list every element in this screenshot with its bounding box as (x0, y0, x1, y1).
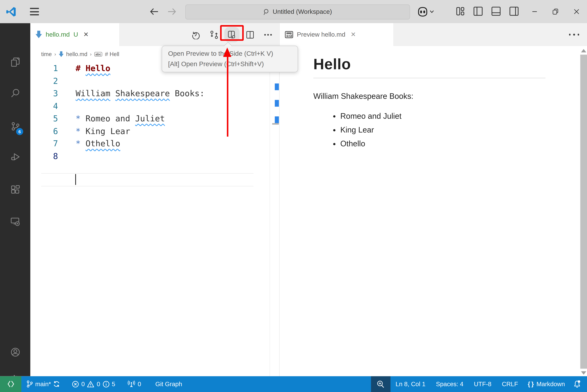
warning-icon (87, 380, 94, 388)
forward-arrow-button[interactable] (166, 6, 177, 17)
language-mode-item[interactable]: { } Markdown (523, 376, 570, 392)
code-editor[interactable]: 1# Hello23William Shakespeare Books:45* … (30, 62, 279, 376)
code-line[interactable]: 8 (30, 150, 279, 162)
breadcrumb-folder[interactable]: time (41, 51, 52, 57)
eol-label: CRLF (502, 380, 518, 388)
search-sidebar-icon[interactable] (10, 88, 20, 98)
code-line[interactable]: 5* Romeo and Juliet (30, 112, 279, 125)
tab-close-icon[interactable]: ✕ (350, 31, 356, 38)
code-line[interactable]: 2 (30, 74, 279, 87)
remote-explorer-icon[interactable] (10, 217, 20, 226)
minimize-button[interactable] (528, 5, 541, 18)
open-changes-button[interactable] (209, 30, 219, 39)
code-line[interactable]: 3William Shakespeare Books: (30, 87, 279, 100)
zoom-status-item[interactable] (371, 376, 390, 392)
toggle-sidebar-icon[interactable] (473, 6, 483, 16)
overview-ruler-modified-mark (275, 84, 279, 90)
code-text: * Romeo and Juliet (76, 114, 165, 123)
more-actions-button[interactable] (263, 30, 272, 39)
annotation-highlight-box (220, 25, 244, 41)
line-number: 7 (30, 139, 58, 148)
tab-preview-hello-md[interactable]: Preview hello.md ✕ (280, 23, 394, 46)
run-debug-icon[interactable] (10, 152, 20, 162)
breadcrumb-file[interactable]: hello.md (66, 51, 88, 57)
line-number: 8 (30, 152, 58, 161)
code-text: # Hello (76, 64, 110, 73)
code-line[interactable]: 6* King Lear (30, 125, 279, 138)
scrollbar-up-arrow[interactable] (581, 49, 586, 52)
preview-list: Romeo and JulietKing LearOthello (313, 112, 546, 148)
indentation-label: Spaces: 4 (436, 380, 463, 388)
split-editor-icon (246, 30, 254, 39)
title-bar: Untitled (Workspace) (0, 0, 587, 23)
bell-icon (573, 380, 581, 388)
code-line[interactable]: 4 (30, 100, 279, 112)
markdown-file-icon (36, 31, 42, 38)
history-icon (192, 30, 200, 39)
chevron-right-icon: › (90, 51, 92, 57)
copilot-menu-button[interactable] (417, 6, 436, 17)
code-text: * King Lear (76, 126, 130, 136)
scm-badge: 6 (16, 128, 23, 135)
markdown-preview-pane[interactable]: Hello William Shakespeare Books: Romeo a… (280, 46, 587, 376)
copilot-icon (417, 6, 428, 17)
tab-label: Preview hello.md (297, 31, 345, 38)
workspace-search-label: Untitled (Workspace) (272, 8, 332, 16)
chevron-right-icon: › (54, 51, 56, 57)
annotation-arrow (226, 56, 228, 136)
git-graph-item[interactable]: Git Graph (152, 376, 186, 392)
editor-group-source: hello.md U ✕ (30, 23, 279, 376)
tab-close-icon[interactable]: ✕ (83, 31, 89, 38)
restore-button[interactable] (549, 5, 562, 18)
problems-item[interactable]: 0 0 5 (69, 376, 118, 392)
braces-icon: { } (528, 380, 534, 388)
close-window-button[interactable] (570, 5, 583, 18)
ports-item[interactable]: 0 (124, 376, 144, 392)
line-number: 4 (30, 102, 58, 111)
split-editor-button[interactable] (245, 30, 254, 39)
layout-controls (456, 6, 519, 16)
breadcrumb-symbol[interactable]: # Hell (105, 51, 119, 57)
toggle-secondary-sidebar-icon[interactable] (509, 6, 519, 16)
preview-heading: Hello (313, 56, 546, 78)
cursor-position-item[interactable]: Ln 8, Col 1 (390, 376, 430, 392)
chevron-down-icon (430, 10, 434, 13)
preview-list-item: Othello (340, 139, 546, 148)
eol-item[interactable]: CRLF (496, 376, 523, 392)
line-number: 3 (30, 89, 58, 98)
menu-hamburger-button[interactable] (30, 8, 39, 15)
overview-ruler-modified-mark (275, 116, 279, 123)
line-number: 5 (30, 114, 58, 123)
scrollbar-down-arrow[interactable] (581, 371, 586, 375)
back-arrow-button[interactable] (149, 6, 159, 17)
notifications-item[interactable] (570, 376, 587, 392)
account-icon[interactable] (10, 347, 20, 357)
warning-count: 0 (97, 380, 100, 388)
git-branch-item[interactable]: main* (21, 376, 63, 392)
sync-icon (53, 381, 60, 388)
preview-content: Hello William Shakespeare Books: Romeo a… (313, 56, 546, 153)
minimize-icon (532, 8, 538, 14)
status-bar-right: Ln 8, Col 1 Spaces: 4 UTF-8 CRLF { } Mar… (371, 376, 587, 392)
current-line-highlight (41, 173, 254, 186)
broadcast-icon (127, 380, 136, 388)
editor-scrollbar-edge (270, 46, 270, 376)
cursor-position-label: Ln 8, Col 1 (396, 380, 426, 388)
code-line[interactable]: 7* Othello (30, 138, 279, 150)
tab-hello-md[interactable]: hello.md U ✕ (30, 23, 120, 46)
customize-layout-icon[interactable] (456, 6, 465, 16)
extensions-icon[interactable] (10, 184, 20, 194)
preview-paragraph: William Shakespeare Books: (313, 92, 546, 101)
preview-list-item: King Lear (340, 126, 546, 134)
encoding-item[interactable]: UTF-8 (469, 376, 497, 392)
toggle-panel-icon[interactable] (491, 6, 501, 16)
ports-count: 0 (138, 380, 141, 388)
command-center-search[interactable]: Untitled (Workspace) (185, 4, 410, 20)
open-timeline-button[interactable] (192, 30, 201, 39)
remote-indicator[interactable] (0, 376, 21, 392)
explorer-icon[interactable] (10, 57, 20, 67)
indentation-item[interactable]: Spaces: 4 (431, 376, 469, 392)
close-icon (574, 8, 580, 14)
more-actions-button[interactable] (569, 23, 579, 46)
scrollbar-thumb[interactable] (580, 55, 587, 369)
